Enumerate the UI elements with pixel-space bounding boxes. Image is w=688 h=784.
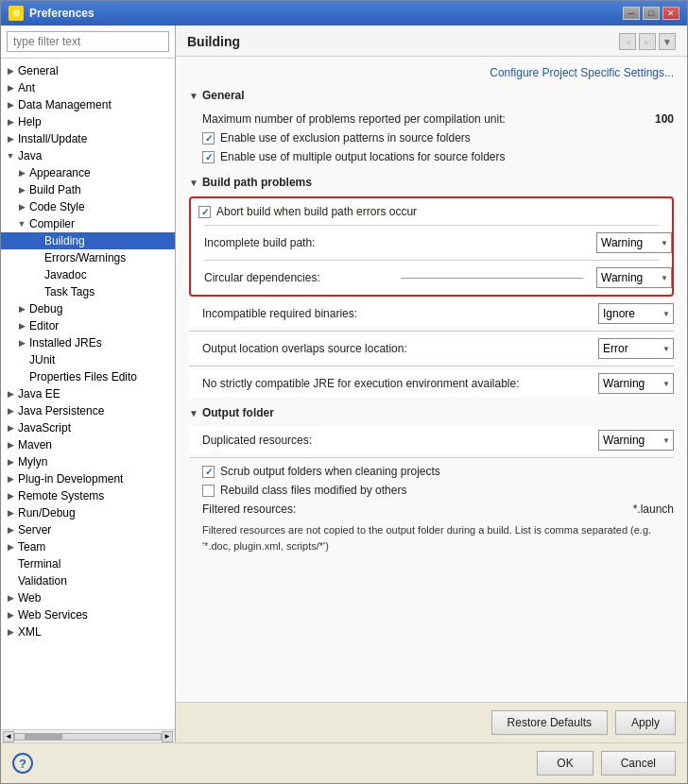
sidebar-item-label: Properties Files Edito [29,370,137,383]
max-problems-label: Maximum number of problems reported per … [202,112,630,126]
sidebar-item-label: XML [18,625,42,639]
sidebar-item-team[interactable]: Team [1,538,175,555]
sidebar-item-java[interactable]: Java [1,147,175,164]
sidebar-item-debug[interactable]: Debug [1,300,175,317]
sidebar-item-label: Errors/Warnings [44,251,126,264]
tree-arrow [5,116,16,128]
sidebar-item-web-services[interactable]: Web Services [1,606,175,623]
main-body: Configure Project Specific Settings... ▼… [176,57,687,702]
sidebar-item-maven[interactable]: Maven [1,436,175,453]
nav-buttons: ◄ ► ▼ [619,33,676,50]
help-button[interactable]: ? [12,753,33,774]
minimize-button[interactable]: ─ [623,7,640,20]
scroll-left-btn[interactable]: ◄ [3,731,14,742]
ok-button[interactable]: OK [537,751,593,775]
arrow-line [401,278,584,279]
config-link[interactable]: Configure Project Specific Settings... [189,66,674,79]
tree-arrow [16,167,27,179]
tree-arrow [16,218,27,230]
max-problems-value: 100 [636,112,674,126]
maximize-button[interactable]: □ [643,7,660,20]
sidebar-item-plugin-dev[interactable]: Plug-in Development [1,470,175,487]
sidebar-item-build-path[interactable]: Build Path [1,181,175,198]
scroll-right-btn[interactable]: ► [162,731,173,742]
sidebar-scrollbar: ◄ ► [1,729,175,742]
sidebar-item-remote-systems[interactable]: Remote Systems [1,487,175,504]
sidebar-item-java-ee[interactable]: Java EE [1,385,175,402]
output-overlap-dropdown-wrapper: Error Warning Ignore [598,338,674,359]
enable-multiple-checkbox[interactable] [202,151,215,163]
sidebar-item-validation[interactable]: Validation [1,572,175,589]
tree-arrow [5,592,16,604]
output-overlap-label: Output location overlaps source location… [202,342,593,355]
no-jre-dropdown[interactable]: Warning Error Ignore [598,373,674,394]
incomplete-build-dropdown[interactable]: Warning Error Ignore [596,232,672,253]
sidebar-item-mylyn[interactable]: Mylyn [1,453,175,470]
sidebar-item-label: Terminal [18,557,60,571]
apply-button[interactable]: Apply [615,710,676,735]
sidebar-item-terminal[interactable]: Terminal [1,555,175,572]
sidebar-item-general[interactable]: General [1,62,175,79]
incompatible-dropdown[interactable]: Ignore Warning Error [598,303,674,324]
nav-menu-button[interactable]: ▼ [659,33,676,50]
window-title: Preferences [29,7,95,20]
sidebar-item-appearance[interactable]: Appearance [1,164,175,181]
duplicated-dropdown[interactable]: Warning Error Ignore [598,430,674,451]
circular-deps-label: Circular dependencies: [204,271,387,284]
titlebar-left: ⚙ Preferences [9,6,95,21]
sidebar-item-run-debug[interactable]: Run/Debug [1,504,175,521]
sidebar-item-editor[interactable]: Editor [1,317,175,334]
abort-build-checkbox[interactable] [198,206,211,218]
incompatible-row: Incompatible required binaries: Ignore W… [189,300,674,327]
nav-back-button[interactable]: ◄ [619,33,636,50]
incompatible-dropdown-wrapper: Ignore Warning Error [598,303,674,324]
output-overlap-dropdown[interactable]: Error Warning Ignore [598,338,674,359]
sidebar-item-xml[interactable]: XML [1,623,175,640]
enable-exclusion-row: Enable use of exclusion patterns in sour… [189,128,674,147]
bottom-bar: ? OK Cancel [1,742,687,783]
sidebar-item-errors-warnings[interactable]: Errors/Warnings [1,249,175,266]
sidebar-item-label: Build Path [29,183,81,196]
sidebar-item-web[interactable]: Web [1,589,175,606]
settings-footer: Restore Defaults Apply [176,702,687,742]
enable-exclusion-checkbox[interactable] [202,132,215,145]
sidebar-item-label: Editor [29,319,59,332]
search-box [1,26,175,59]
scrollbar-thumb [25,734,62,740]
sidebar-item-compiler[interactable]: Compiler [1,215,175,232]
rebuild-label: Rebuild class files modified by others [220,484,406,497]
restore-defaults-button[interactable]: Restore Defaults [491,710,608,735]
sidebar-item-install-update[interactable]: Install/Update [1,130,175,147]
tree-arrow [16,201,27,213]
sidebar-item-javascript[interactable]: JavaScript [1,419,175,436]
incompatible-label: Incompatible required binaries: [202,307,593,320]
titlebar-controls: ─ □ ✕ [623,7,679,20]
sidebar-item-data-management[interactable]: Data Management [1,96,175,113]
circular-deps-dropdown[interactable]: Warning Error Ignore [596,267,672,288]
scrub-checkbox[interactable] [202,466,215,478]
sidebar-item-help[interactable]: Help [1,113,175,130]
sidebar-item-installed-jres[interactable]: Installed JREs [1,334,175,351]
sidebar-item-code-style[interactable]: Code Style [1,198,175,215]
circular-deps-dropdown-wrapper: Warning Error Ignore [596,267,672,288]
sidebar-item-javadoc[interactable]: Javadoc [1,266,175,283]
search-input[interactable] [7,31,169,52]
nav-forward-button[interactable]: ► [639,33,656,50]
sidebar-item-junit[interactable]: JUnit [1,351,175,368]
sidebar-item-properties-files[interactable]: Properties Files Edito [1,368,175,385]
sidebar-item-server[interactable]: Server [1,521,175,538]
sidebar-item-java-persistence[interactable]: Java Persistence [1,402,175,419]
close-button[interactable]: ✕ [662,7,679,20]
tree-arrow [5,133,16,145]
tree-arrow [5,507,16,519]
cancel-button[interactable]: Cancel [601,751,676,775]
tree-arrow [5,65,16,77]
duplicated-row: Duplicated resources: Warning Error Igno… [189,427,674,453]
sidebar-item-building[interactable]: Building [1,232,175,249]
section-build-path: ▼ Build path problems [189,176,674,189]
sidebar-item-task-tags[interactable]: Task Tags [1,283,175,300]
rebuild-checkbox[interactable] [202,485,215,497]
sidebar-item-ant[interactable]: Ant [1,79,175,96]
filtered-value: *.launch [633,503,674,516]
sidebar-item-label: Server [18,523,51,537]
